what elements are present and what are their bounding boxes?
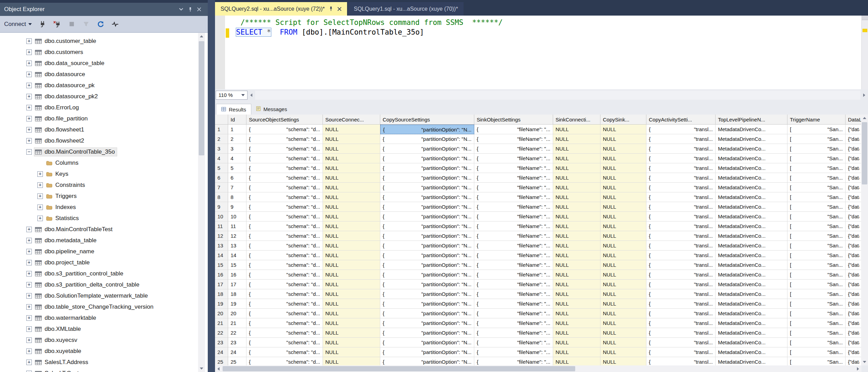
- grid-cell-TriggerName[interactable]: ["San...: [787, 192, 846, 202]
- grid-cell-SourceConnec[interactable]: NULL: [323, 338, 380, 347]
- tree-item-dbo-xuyetable[interactable]: +dbo.xuyetable: [0, 346, 208, 357]
- expander-icon[interactable]: +: [37, 182, 43, 188]
- grid-cell-SinkConnecti[interactable]: NULL: [553, 134, 600, 144]
- row-number-cell[interactable]: 23: [215, 338, 228, 347]
- row-number-cell[interactable]: 3: [215, 144, 228, 154]
- grid-cell-CopySink[interactable]: NULL: [600, 173, 646, 183]
- grid-cell-DataLoadingB[interactable]: {"data: [846, 144, 861, 154]
- grid-cell-Id[interactable]: 2: [228, 134, 246, 144]
- grid-cell-SinkObjectSettings[interactable]: {"fileName": "...: [474, 328, 553, 338]
- grid-cell-TopLevelPipelineN[interactable]: MetadataDrivenCo...: [716, 212, 787, 221]
- grid-cell-Id[interactable]: 20: [228, 309, 246, 318]
- tree-item-dbo-xuyecsv[interactable]: +dbo.xuyecsv: [0, 335, 208, 346]
- tree-item-dbo-errorlog[interactable]: +dbo.ErrorLog: [0, 102, 208, 113]
- grid-cell-CopySourceSettings[interactable]: {"partitionOption": "N...: [380, 260, 474, 270]
- grid-cell-SourceObjectSettings[interactable]: {"schema": "d...: [246, 338, 323, 347]
- grid-cell-TopLevelPipelineN[interactable]: MetadataDrivenCo...: [716, 338, 787, 347]
- tree-item-dbo-table-store-changetracking-version[interactable]: +dbo.table_store_ChangeTracking_version: [0, 301, 208, 312]
- grid-cell-TopLevelPipelineN[interactable]: MetadataDrivenCo...: [716, 202, 787, 212]
- results-tab-messages[interactable]: Messages: [251, 104, 292, 115]
- grid-cell-DataLoadingB[interactable]: {"data: [846, 231, 861, 241]
- grid-cell-CopySourceSettings[interactable]: {"partitionOption": "N...: [380, 173, 474, 183]
- grid-cell-CopySink[interactable]: NULL: [600, 318, 646, 328]
- scrollbar-thumb[interactable]: [199, 41, 204, 155]
- grid-cell-SourceObjectSettings[interactable]: {"schema": "d...: [246, 163, 323, 173]
- expander-icon[interactable]: −: [26, 149, 32, 155]
- grid-cell-TriggerName[interactable]: ["San...: [787, 309, 846, 318]
- grid-cell-CopySourceSettings[interactable]: {"partitionOption": "N...: [380, 212, 474, 221]
- refresh-button[interactable]: [97, 20, 104, 28]
- grid-cell-CopySink[interactable]: NULL: [600, 347, 646, 357]
- grid-cell-SourceConnec[interactable]: NULL: [323, 328, 380, 338]
- grid-cell-Id[interactable]: 7: [228, 183, 246, 192]
- grid-cell-TopLevelPipelineN[interactable]: MetadataDrivenCo...: [716, 347, 787, 357]
- grid-cell-DataLoadingB[interactable]: {"data: [846, 318, 861, 328]
- grid-cell-TriggerName[interactable]: ["San...: [787, 144, 846, 154]
- expander-icon[interactable]: +: [26, 238, 32, 243]
- grid-cell-CopySourceSettings[interactable]: {"partitionOption": "N...: [380, 280, 474, 289]
- grid-cell-SourceObjectSettings[interactable]: {"schema": "d...: [246, 347, 323, 357]
- grid-cell-CopyActivitySetti[interactable]: {"transl...: [646, 280, 716, 289]
- disconnect-button[interactable]: [53, 20, 61, 28]
- grid-cell-CopyActivitySetti[interactable]: {"transl...: [646, 270, 716, 280]
- grid-cell-SinkObjectSettings[interactable]: {"fileName": "...: [474, 357, 553, 365]
- expander-icon[interactable]: +: [26, 38, 32, 44]
- grid-cell-CopySink[interactable]: NULL: [600, 251, 646, 260]
- grid-cell-TopLevelPipelineN[interactable]: MetadataDrivenCo...: [716, 299, 787, 309]
- editor-scrollbar[interactable]: [861, 16, 868, 89]
- grid-cell-CopyActivitySetti[interactable]: {"transl...: [646, 163, 716, 173]
- object-explorer-scrollbar[interactable]: [198, 33, 205, 372]
- tree-item-dbo-solutiontemplate-watermark-table[interactable]: +dbo.SolutionTemplate_watermark_table: [0, 290, 208, 301]
- tree-item-dbo-datasource-pk2[interactable]: +dbo.datasource_pk2: [0, 91, 208, 102]
- grid-cell-CopyActivitySetti[interactable]: {"transl...: [646, 338, 716, 347]
- window-position-menu-button[interactable]: [177, 5, 186, 14]
- grid-cell-SourceObjectSettings[interactable]: {"schema": "d...: [246, 221, 323, 231]
- tree-item-dbo-datasource-pk[interactable]: +dbo.datasource_pk: [0, 80, 208, 91]
- grid-cell-SinkObjectSettings[interactable]: {"fileName": "...: [474, 183, 553, 192]
- grid-column-header-CopySink[interactable]: CopySink...: [600, 115, 646, 124]
- grid-cell-CopySourceSettings[interactable]: {"partitionOption": "N...: [380, 163, 474, 173]
- grid-cell-SourceConnec[interactable]: NULL: [323, 318, 380, 328]
- grid-column-header-SourceObjectSettings[interactable]: SourceObjectSettings: [246, 115, 323, 124]
- grid-cell-Id[interactable]: 12: [228, 231, 246, 241]
- grid-cell-SinkConnecti[interactable]: NULL: [553, 309, 600, 318]
- expander-icon[interactable]: +: [26, 260, 32, 265]
- grid-cell-CopySourceSettings[interactable]: {"partitionOption": "N...: [380, 347, 474, 357]
- expander-icon[interactable]: +: [26, 227, 32, 232]
- grid-cell-CopySourceSettings[interactable]: {"partitionOption": "N...: [380, 202, 474, 212]
- grid-cell-SinkConnecti[interactable]: NULL: [553, 318, 600, 328]
- grid-cell-Id[interactable]: 21: [228, 318, 246, 328]
- grid-cell-SinkConnecti[interactable]: NULL: [553, 221, 600, 231]
- row-number-cell[interactable]: 9: [215, 202, 228, 212]
- grid-cell-SinkObjectSettings[interactable]: {"fileName": "...: [474, 134, 553, 144]
- grid-cell-SinkObjectSettings[interactable]: {"fileName": "...: [474, 338, 553, 347]
- editor-code[interactable]: /****** Script for SelectTopNRows comman…: [236, 18, 858, 37]
- grid-cell-CopyActivitySetti[interactable]: {"transl...: [646, 183, 716, 192]
- grid-cell-SourceObjectSettings[interactable]: {"schema": "d...: [246, 183, 323, 192]
- expander-icon[interactable]: +: [26, 371, 32, 372]
- grid-cell-SinkObjectSettings[interactable]: {"fileName": "...: [474, 299, 553, 309]
- expander-icon[interactable]: +: [26, 116, 32, 121]
- grid-cell-SourceConnec[interactable]: NULL: [323, 251, 380, 260]
- grid-cell-SourceConnec[interactable]: NULL: [323, 163, 380, 173]
- grid-cell-CopySourceSettings[interactable]: {"partitionOption": "N...: [380, 221, 474, 231]
- grid-cell-CopySink[interactable]: NULL: [600, 241, 646, 251]
- expander-icon[interactable]: +: [26, 304, 32, 310]
- row-number-cell[interactable]: 20: [215, 309, 228, 318]
- grid-cell-SourceObjectSettings[interactable]: {"schema": "d...: [246, 173, 323, 183]
- grid-cell-DataLoadingB[interactable]: {"data: [846, 347, 861, 357]
- grid-cell-TopLevelPipelineN[interactable]: MetadataDrivenCo...: [716, 328, 787, 338]
- grid-cell-SourceObjectSettings[interactable]: {"schema": "d...: [246, 260, 323, 270]
- expander-icon[interactable]: +: [26, 348, 32, 354]
- tree-item-dbo-pipeline-name[interactable]: +dbo.pipeline_name: [0, 246, 208, 257]
- scrollbar-thumb[interactable]: [223, 366, 575, 371]
- grid-cell-SinkObjectSettings[interactable]: {"fileName": "...: [474, 347, 553, 357]
- grid-cell-SinkObjectSettings[interactable]: {"fileName": "...: [474, 212, 553, 221]
- activity-monitor-button[interactable]: [111, 20, 119, 28]
- row-number-cell[interactable]: 1: [215, 125, 228, 134]
- row-number-cell[interactable]: 21: [215, 318, 228, 328]
- grid-cell-DataLoadingB[interactable]: {"data: [846, 260, 861, 270]
- grid-column-header-DataLoadingB[interactable]: DataLoadingB: [846, 115, 861, 124]
- grid-cell-SinkConnecti[interactable]: NULL: [553, 173, 600, 183]
- grid-cell-SinkObjectSettings[interactable]: {"fileName": "...: [474, 289, 553, 299]
